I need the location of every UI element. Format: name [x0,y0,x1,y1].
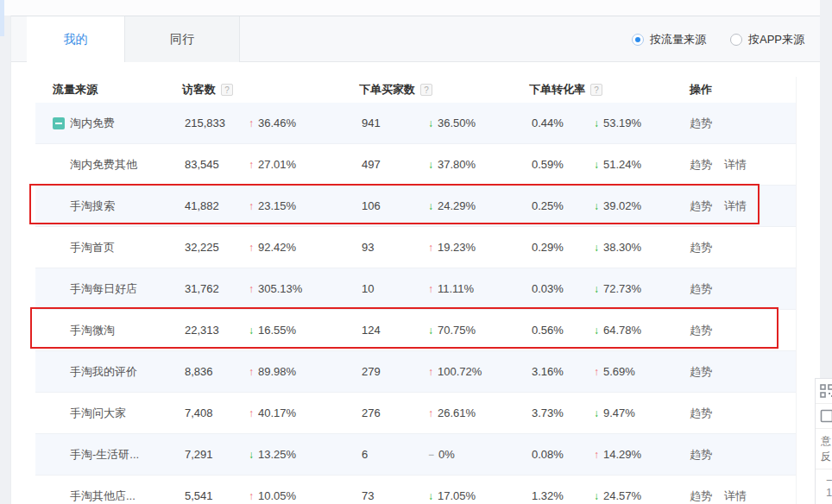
ops-cell: 趋势 [690,116,796,131]
conversion-change: ↑ 14.29% [594,448,690,461]
trend-link[interactable]: 趋势 [690,364,712,380]
buyers-change: ↓ 70.75% [428,324,529,337]
widget-bottom-control[interactable]: − 1 [816,469,832,504]
conversion-change: ↓ 53.19% [594,117,690,129]
change-value: 24.29% [438,199,476,212]
tab-peers[interactable]: 同行 [124,16,240,62]
change-value: 51.24% [603,158,641,171]
detail-link[interactable]: 详情 [724,198,747,214]
change-value: 89.98% [258,365,296,378]
buyers-change: ↓ 37.80% [428,158,529,171]
buyers-change: ↓ 36.50% [428,117,529,129]
help-icon[interactable]: ? [221,84,233,96]
conversion-value: 3.16% [529,365,594,378]
buyers-change: ↓ 17.05% [428,489,529,502]
change-value: 27.01% [258,158,296,171]
visitors-value: 32,225 [182,241,249,254]
change-value: 38.30% [603,241,641,254]
trend-arrow-icon: − [428,449,434,461]
source-cell: 手淘我的评价 [35,364,182,380]
source-cell: 手淘-生活研... [35,447,182,463]
feedback-button[interactable]: 意见 反馈 [816,429,832,469]
source-cell: 手淘其他店... [35,488,182,504]
conversion-value: 0.56% [529,324,594,337]
buyers-value: 93 [359,241,428,254]
change-value: 64.78% [603,324,641,337]
table-row: 手淘-生活研... 7,291 ↓ 13.25% 6 − 0% 0.08% ↑ … [35,434,796,476]
visitors-change: ↑ 305.13% [249,282,359,295]
conversion-value: 0.44% [529,117,594,129]
source-cell: 淘内免费 [35,116,182,131]
visitors-value: 22,313 [182,324,249,337]
trend-link[interactable]: 趋势 [690,116,712,131]
trend-link[interactable]: 趋势 [690,157,712,173]
buyers-change: ↑ 19.23% [428,241,529,254]
trend-link[interactable]: 趋势 [690,198,712,214]
help-icon[interactable]: ? [590,84,602,96]
conversion-change: ↓ 51.24% [594,158,690,171]
trend-arrow-icon: ↓ [428,117,433,129]
detail-link[interactable]: 详情 [724,488,747,504]
table-row: 淘内免费 215,833 ↑ 36.46% 941 ↓ 36.50% 0.44%… [35,103,796,144]
source-name: 手淘微淘 [70,323,115,338]
conversion-change: ↓ 9.47% [594,406,690,419]
change-value: 16.55% [258,324,296,337]
change-value: 5.69% [603,365,635,378]
trend-arrow-icon: ↑ [428,283,433,295]
visitors-change: ↑ 27.01% [249,158,359,171]
buyers-value: 6 [359,448,428,461]
help-icon[interactable]: ? [420,84,432,96]
trend-link[interactable]: 趋势 [690,406,712,421]
radio-label: 按流量来源 [650,32,706,47]
change-value: 70.75% [438,324,476,337]
source-name: 手淘首页 [70,240,115,255]
change-value: 36.46% [258,117,296,129]
source-name: 手淘问大家 [70,406,126,421]
trend-link[interactable]: 趋势 [690,281,712,297]
trend-arrow-icon: ↓ [428,490,433,502]
trend-arrow-icon: ↑ [249,117,254,129]
floating-side-widget: 意见 反馈 − 1 [815,378,832,504]
table-body: 淘内免费 215,833 ↑ 36.46% 941 ↓ 36.50% 0.44%… [35,103,796,504]
buyers-value: 497 [359,158,428,171]
trend-link[interactable]: 趋势 [690,240,712,255]
trend-link[interactable]: 趋势 [690,447,712,463]
ops-cell: 趋势 [690,240,796,255]
visitors-change: ↑ 92.42% [249,241,359,254]
buyers-change: ↑ 26.61% [428,406,529,419]
header-ops: 操作 [690,82,796,98]
panel-icon[interactable] [816,404,832,429]
page-top-strip [0,0,820,16]
table-row: 手淘问大家 7,408 ↑ 40.17% 276 ↑ 26.61% 3.73% … [35,393,796,434]
tab-mine[interactable]: 我的 [27,16,124,63]
visitors-change: ↑ 36.46% [249,117,359,129]
buyers-change: ↑ 100.72% [428,365,529,378]
trend-link[interactable]: 趋势 [690,323,712,338]
radio-by-app-source[interactable]: 按APP来源 [730,32,804,47]
table-header: 流量来源 访客数 ? 下单买家数 ? 下单转化率 ? 操作 [35,77,796,103]
ops-cell: 趋势详情 [690,488,796,504]
trend-arrow-icon: ↑ [428,366,433,378]
trend-arrow-icon: ↑ [249,490,254,502]
trend-arrow-icon: ↓ [428,200,433,212]
visitors-value: 7,408 [182,406,249,419]
buyers-value: 276 [359,406,428,419]
ops-cell: 趋势详情 [690,157,796,173]
table-row: 手淘首页 32,225 ↑ 92.42% 93 ↑ 19.23% 0.29% ↓… [35,227,796,268]
collapse-minus-icon[interactable] [53,117,65,129]
trend-arrow-icon: ↑ [249,200,254,212]
table-row: 手淘其他店... 5,541 ↑ 10.05% 73 ↓ 17.05% 1.32… [35,476,796,504]
trend-arrow-icon: ↓ [249,324,254,337]
radio-by-traffic-source[interactable]: 按流量来源 [632,32,706,47]
trend-link[interactable]: 趋势 [690,488,712,504]
ops-cell: 趋势 [690,406,796,421]
ops-cell: 趋势 [690,323,796,338]
qr-code-icon[interactable] [816,379,832,404]
conversion-value: 0.03% [529,282,594,295]
buyers-value: 941 [359,117,428,129]
detail-link[interactable]: 详情 [724,157,747,173]
minus-glyph: − [826,474,832,487]
conversion-change: ↓ 38.30% [594,241,690,254]
change-value: 11.11% [438,282,474,295]
table-row: 手淘搜索 41,882 ↑ 23.15% 106 ↓ 24.29% 0.25% … [35,186,796,227]
